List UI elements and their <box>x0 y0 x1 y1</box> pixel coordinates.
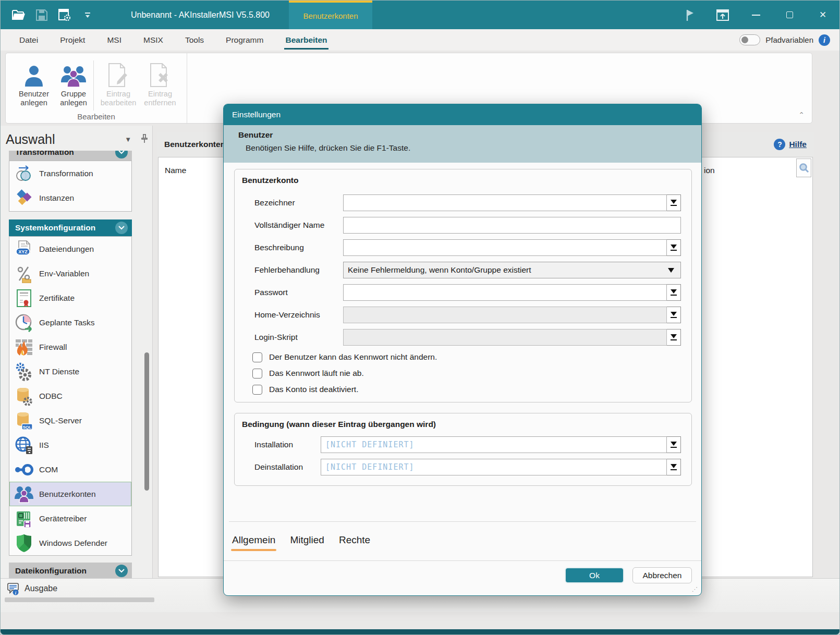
info-icon[interactable]: i <box>819 34 830 46</box>
sidebar-item-dateiendungen[interactable]: XYZ Dateiendungen <box>9 237 131 261</box>
sidebar-title: Auswahl <box>6 132 125 147</box>
group-header-label: Transformation <box>15 151 115 157</box>
sidebar-item-nt-dienste[interactable]: NT Dienste <box>9 359 131 384</box>
field-label-deinstallation: Deinstallation <box>235 462 321 472</box>
menu-bearbeiten[interactable]: Bearbeiten <box>281 29 331 51</box>
group-label: Benutzerkonto <box>242 176 299 185</box>
menu-tools[interactable]: Tools <box>181 29 208 51</box>
flag-icon[interactable] <box>675 1 706 29</box>
sidebar-item-geplante-tasks[interactable]: Geplante Tasks <box>9 310 131 335</box>
dialog-titlebar[interactable]: Einstellungen <box>224 104 701 125</box>
field-label-beschreibung: Beschreibung <box>235 243 343 252</box>
menu-programm[interactable]: Programm <box>222 29 267 51</box>
menu-msi[interactable]: MSI <box>103 29 126 51</box>
bezeichner-input[interactable] <box>343 194 667 211</box>
pin-window-icon[interactable] <box>706 1 739 29</box>
user-add-icon <box>14 57 54 88</box>
dropdown-button[interactable] <box>667 239 681 256</box>
sidebar-item-com[interactable]: COM <box>9 457 131 482</box>
sidebar-item-label: Instanzen <box>39 193 74 203</box>
open-folder-icon[interactable] <box>12 8 26 22</box>
sidebar-item-odbc[interactable]: ODBC <box>9 384 131 408</box>
search-button[interactable] <box>796 158 811 177</box>
group-header-systemkonfiguration[interactable]: Systemkonfiguration <box>9 219 132 236</box>
column-header-fragment[interactable]: ion <box>704 166 715 175</box>
sidebar-item-instanzen[interactable]: Instanzen <box>9 186 131 210</box>
dropdown-button[interactable] <box>667 329 681 346</box>
maximize-button[interactable] <box>773 1 806 29</box>
resize-grip[interactable]: ⋰ <box>692 586 698 593</box>
group-header-dateikonfiguration[interactable]: Dateikonfiguration <box>9 563 132 579</box>
dropdown-button[interactable] <box>667 194 681 211</box>
firewall-icon <box>14 338 34 357</box>
pin-icon[interactable] <box>141 134 148 145</box>
output-label[interactable]: Ausgabe <box>25 584 57 593</box>
cancel-button[interactable]: Abbrechen <box>632 567 692 583</box>
sidebar-item-transformation[interactable]: Transformation <box>9 161 131 186</box>
scheduled-task-icon <box>14 313 34 332</box>
toolbar-menu-chevron-icon[interactable] <box>81 8 94 22</box>
beschreibung-input[interactable] <box>343 239 667 256</box>
checkbox-kennwort-nicht-aendern[interactable] <box>252 352 262 362</box>
remove-entry-button[interactable]: Eintragentfernen <box>140 57 180 107</box>
pfadvariablen-toggle[interactable] <box>739 34 760 45</box>
titlebar: Unbenannt - AKInstallerMSI V5.5.800 Benu… <box>1 1 839 29</box>
dropdown-button[interactable] <box>667 307 681 323</box>
dialog-subtitle-text: Benötigen Sie Hilfe, drücken Sie die F1-… <box>246 143 701 153</box>
sidebar-item-benutzerkonten[interactable]: Benutzerkonten <box>9 482 131 506</box>
sidebar-item-label: Zertifikate <box>39 294 75 303</box>
fehlerbehandlung-select[interactable]: Keine Fehlermeldung, wenn Konto/Gruppe e… <box>343 262 681 278</box>
passwort-input[interactable] <box>343 284 667 301</box>
close-button[interactable]: ✕ <box>806 1 839 29</box>
sidebar-item-env-variablen[interactable]: Env-Variablen <box>9 261 131 286</box>
dialog-subtitle-band: Benutzer Benötigen Sie Hilfe, drücken Si… <box>224 125 701 163</box>
minimize-button[interactable] <box>739 1 773 29</box>
sidebar-item-firewall[interactable]: Firewall <box>9 335 131 359</box>
button-label: bearbeiten <box>99 99 138 107</box>
sidebar-item-iis[interactable]: IIS <box>9 433 131 457</box>
svg-text:SQL: SQL <box>23 425 32 430</box>
button-label: Eintrag <box>99 90 138 99</box>
dropdown-button[interactable] <box>667 436 681 453</box>
dropdown-button[interactable] <box>667 459 681 475</box>
checkbox-label: Der Benutzer kann das Kennwort nicht änd… <box>269 352 437 362</box>
sidebar-item-geraetetreiber[interactable]: Gerätetreiber <box>9 506 131 531</box>
chevron-circle-icon <box>115 565 128 577</box>
tab-rechte[interactable]: Rechte <box>339 534 370 551</box>
sidebar-scrollbar[interactable] <box>144 352 149 491</box>
installation-condition-input[interactable]: [NICHT DEFINIERT] <box>321 436 667 453</box>
group-header-transformation-clipped[interactable]: Transformation <box>9 151 132 161</box>
field-label-fehlerbehandlung: Fehlerbehandlung <box>235 265 343 275</box>
project-settings-icon[interactable] <box>58 8 71 22</box>
selected-option: Keine Fehlermeldung, wenn Konto/Gruppe e… <box>348 265 531 275</box>
sidebar-item-label: Benutzerkonten <box>39 490 96 499</box>
ok-button[interactable]: Ok <box>565 567 624 583</box>
sidebar-item-windows-defender[interactable]: Windows Defender <box>9 531 131 555</box>
save-icon[interactable] <box>35 8 48 22</box>
create-group-button[interactable]: Gruppeanlegen <box>54 57 93 107</box>
help-link[interactable]: ? Hilfe <box>774 139 807 150</box>
divider <box>224 560 701 561</box>
sidebar-item-zertifikate[interactable]: Zertifikate <box>9 286 131 310</box>
menu-msix[interactable]: MSIX <box>139 29 167 51</box>
installation-condition-value: [NICHT DEFINIERT] <box>325 440 415 449</box>
checkbox-kennwort-laeuft-nie-ab[interactable] <box>252 369 262 378</box>
vollstaendiger-name-input[interactable] <box>343 217 681 234</box>
create-user-button[interactable]: Benutzeranlegen <box>14 57 54 107</box>
group-header-label: Systemkonfiguration <box>15 223 115 233</box>
sidebar-item-label: ODBC <box>39 392 63 401</box>
sidebar-item-sql-server[interactable]: SQL SQL-Server <box>9 408 131 433</box>
menu-projekt[interactable]: Projekt <box>56 29 89 51</box>
checkbox-konto-deaktiviert[interactable] <box>252 385 262 395</box>
tab-mitglied[interactable]: Mitglied <box>290 534 324 551</box>
sql-server-icon: SQL <box>14 411 34 430</box>
column-header-name[interactable]: Name <box>165 166 186 175</box>
menu-datei[interactable]: Datei <box>15 29 42 51</box>
tab-allgemein[interactable]: Allgemein <box>232 534 275 551</box>
ribbon-collapse-icon[interactable]: ⌃ <box>798 111 805 119</box>
edit-entry-button[interactable]: Eintragbearbeiten <box>99 57 138 107</box>
chevron-down-icon[interactable]: ▼ <box>125 136 131 143</box>
deinstallation-condition-input[interactable]: [NICHT DEFINIERT] <box>321 459 667 475</box>
dropdown-button[interactable] <box>667 284 681 301</box>
titlebar-tab-benutzerkonten[interactable]: Benutzerkonten <box>289 1 372 29</box>
